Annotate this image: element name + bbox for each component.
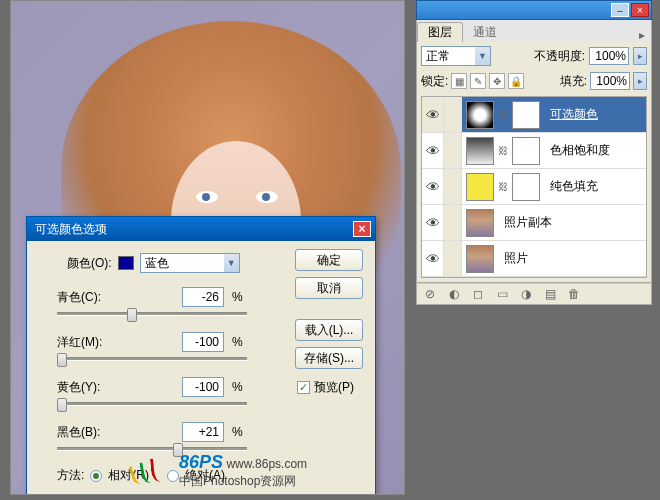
cancel-button[interactable]: 取消 <box>295 277 363 299</box>
slider-value-2[interactable]: -100 <box>182 377 224 397</box>
chevron-down-icon: ▼ <box>475 47 490 65</box>
fill-label: 填充: <box>560 73 587 90</box>
percent-label: % <box>232 335 243 349</box>
layer-item-2[interactable]: 👁 ⛓ 纯色填充 <box>422 169 646 205</box>
percent-label: % <box>232 380 243 394</box>
logo-num: 86 <box>179 452 199 472</box>
link-column[interactable] <box>444 205 462 240</box>
color-dropdown[interactable]: 蓝色 ▼ <box>140 253 240 273</box>
adjustment-thumb <box>466 137 494 165</box>
color-label: 颜色(O): <box>67 255 112 272</box>
layer-thumb <box>466 209 494 237</box>
new-layer-icon[interactable]: ▤ <box>541 286 559 302</box>
layer-mask-icon[interactable]: ◻ <box>469 286 487 302</box>
layers-footer: ⊘ ◐ ◻ ▭ ◑ ▤ 🗑 <box>416 283 652 305</box>
layers-panel: – × 图层 通道 ▸ 正常 ▼ 不透明度: 100% ▸ 锁定: ▦ ✎ ✥ … <box>416 0 652 305</box>
layer-name[interactable]: 色相饱和度 <box>544 142 646 159</box>
chain-icon: ⛓ <box>496 145 510 156</box>
slider-label-2: 黄色(Y): <box>57 379 112 396</box>
slider-value-1[interactable]: -100 <box>182 332 224 352</box>
slider-label-1: 洋红(M): <box>57 334 112 351</box>
slider-track-2[interactable] <box>57 402 247 406</box>
slider-thumb-1[interactable] <box>57 353 67 367</box>
slider-label-3: 黑色(B): <box>57 424 112 441</box>
lock-all-icon[interactable]: 🔒 <box>508 73 524 89</box>
layer-item-4[interactable]: 👁 照片 <box>422 241 646 277</box>
layer-list: 👁 ⛓ 可选颜色👁 ⛓ 色相饱和度👁 ⛓ 纯色填充👁 照片副本👁 照片 <box>421 96 647 278</box>
fill-flyout-icon[interactable]: ▸ <box>633 72 647 90</box>
method-label: 方法: <box>57 467 84 484</box>
visibility-icon[interactable]: 👁 <box>422 133 444 168</box>
visibility-icon[interactable]: 👁 <box>422 241 444 276</box>
color-swatch <box>118 256 134 270</box>
opacity-field[interactable]: 100% <box>589 47 629 65</box>
layer-item-1[interactable]: 👁 ⛓ 色相饱和度 <box>422 133 646 169</box>
link-column[interactable] <box>444 241 462 276</box>
layer-name[interactable]: 纯色填充 <box>544 178 646 195</box>
chain-icon: ⛓ <box>496 181 510 192</box>
slider-thumb-2[interactable] <box>57 398 67 412</box>
blend-mode-dropdown[interactable]: 正常 ▼ <box>421 46 491 66</box>
visibility-icon[interactable]: 👁 <box>422 97 444 132</box>
dialog-title-text: 可选颜色选项 <box>35 221 107 238</box>
fill-thumb <box>466 173 494 201</box>
lock-transparency-icon[interactable]: ▦ <box>451 73 467 89</box>
lock-pixels-icon[interactable]: ✎ <box>470 73 486 89</box>
link-column[interactable] <box>444 133 462 168</box>
dialog-titlebar[interactable]: 可选颜色选项 × <box>27 217 375 241</box>
save-button[interactable]: 存储(S)... <box>295 347 363 369</box>
adjustment-layer-icon[interactable]: ◑ <box>517 286 535 302</box>
ok-button[interactable]: 确定 <box>295 249 363 271</box>
fill-field[interactable]: 100% <box>590 72 630 90</box>
slider-track-3[interactable] <box>57 447 247 451</box>
panel-window-bar[interactable]: – × <box>416 0 652 20</box>
link-column[interactable] <box>444 97 462 132</box>
panel-menu-icon[interactable]: ▸ <box>633 28 651 42</box>
slider-track-0[interactable] <box>57 312 247 316</box>
radio-relative[interactable] <box>90 470 102 482</box>
layer-name[interactable]: 可选颜色 <box>544 106 646 123</box>
layer-item-0[interactable]: 👁 ⛓ 可选颜色 <box>422 97 646 133</box>
close-icon[interactable]: × <box>353 221 371 237</box>
opacity-label: 不透明度: <box>534 48 585 65</box>
mask-thumb <box>512 101 540 129</box>
logo-ps: PS <box>199 452 223 472</box>
percent-label: % <box>232 425 243 439</box>
opacity-flyout-icon[interactable]: ▸ <box>633 47 647 65</box>
slider-thumb-0[interactable] <box>127 308 137 322</box>
percent-label: % <box>232 290 243 304</box>
new-group-icon[interactable]: ▭ <box>493 286 511 302</box>
lock-position-icon[interactable]: ✥ <box>489 73 505 89</box>
slider-track-1[interactable] <box>57 357 247 361</box>
logo-tagline: 中国Photoshop资源网 <box>179 473 307 490</box>
chevron-down-icon: ▼ <box>224 254 239 272</box>
close-panel-icon[interactable]: × <box>631 3 649 17</box>
color-value: 蓝色 <box>145 255 169 272</box>
layer-name[interactable]: 照片副本 <box>498 214 646 231</box>
delete-layer-icon[interactable]: 🗑 <box>565 286 583 302</box>
load-button[interactable]: 载入(L)... <box>295 319 363 341</box>
visibility-icon[interactable]: 👁 <box>422 205 444 240</box>
watermark: 86PS www.86ps.com 中国Photoshop资源网 <box>131 452 307 490</box>
preview-label: 预览(P) <box>314 379 354 396</box>
blend-mode-value: 正常 <box>426 48 450 65</box>
visibility-icon[interactable]: 👁 <box>422 169 444 204</box>
layer-style-icon[interactable]: ◐ <box>445 286 463 302</box>
layer-name[interactable]: 照片 <box>498 250 646 267</box>
layer-item-3[interactable]: 👁 照片副本 <box>422 205 646 241</box>
mask-thumb <box>512 137 540 165</box>
chain-icon: ⛓ <box>496 109 510 120</box>
mask-thumb <box>512 173 540 201</box>
slider-value-0[interactable]: -26 <box>182 287 224 307</box>
link-layers-icon[interactable]: ⊘ <box>421 286 439 302</box>
link-column[interactable] <box>444 169 462 204</box>
adjustment-thumb <box>466 101 494 129</box>
tab-layers[interactable]: 图层 <box>417 22 463 42</box>
layer-thumb <box>466 245 494 273</box>
preview-checkbox[interactable]: ✓ <box>297 381 310 394</box>
logo-url: www.86ps.com <box>226 457 307 471</box>
slider-label-0: 青色(C): <box>57 289 112 306</box>
minimize-icon[interactable]: – <box>611 3 629 17</box>
slider-value-3[interactable]: +21 <box>182 422 224 442</box>
tab-channels[interactable]: 通道 <box>463 22 507 42</box>
